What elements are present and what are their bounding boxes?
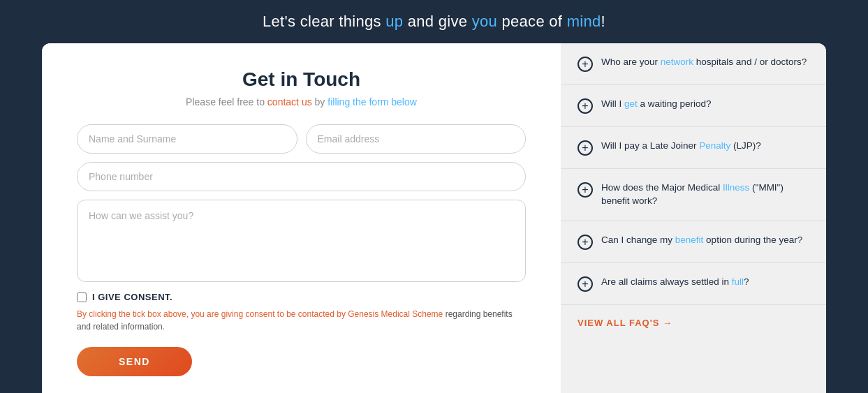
faq-text-2: Will I get a waiting period? [601, 98, 712, 111]
faq-icon-1: + [578, 57, 593, 72]
phone-input[interactable] [77, 162, 526, 191]
faq-item-6[interactable]: + Are all claims always settled in full? [561, 263, 826, 305]
banner-text: Let's clear things up and give you peace… [263, 13, 605, 30]
faq-item-5[interactable]: + Can I change my benefit option during … [561, 221, 826, 263]
email-input[interactable] [306, 124, 527, 154]
send-button[interactable]: SEND [77, 347, 192, 376]
message-textarea[interactable] [77, 200, 526, 282]
form-title: Get in Touch [242, 68, 360, 91]
view-all-faqs-button[interactable]: VIEW ALL FAQ's → [578, 318, 672, 328]
top-banner: Let's clear things up and give you peace… [0, 0, 868, 43]
contact-form-panel: Get in Touch Please feel free to contact… [42, 43, 561, 393]
faq-item-4[interactable]: + How does the Major Medical Illness ("M… [561, 169, 826, 221]
consent-row: I GIVE CONSENT. [77, 292, 526, 302]
view-all-row: VIEW ALL FAQ's → [561, 305, 826, 341]
faq-item-1[interactable]: + Who are your network hospitals and / o… [561, 43, 826, 85]
faq-icon-3: + [578, 140, 593, 156]
consent-checkbox[interactable] [77, 292, 87, 302]
faq-panel: + Who are your network hospitals and / o… [561, 43, 826, 393]
consent-text: By clicking the tick box above, you are … [77, 308, 526, 333]
name-input[interactable] [77, 124, 297, 154]
faq-icon-6: + [578, 276, 593, 292]
faq-text-6: Are all claims always settled in full? [601, 276, 749, 289]
faq-text-5: Can I change my benefit option during th… [601, 234, 802, 247]
name-email-row [77, 124, 526, 154]
consent-label: I GIVE CONSENT. [92, 292, 172, 302]
consent-text-colored: By clicking the tick box above, you are … [77, 309, 443, 319]
faq-icon-5: + [578, 235, 593, 250]
faq-item-3[interactable]: + Will I pay a Late Joiner Penalty (LJP)… [561, 127, 826, 169]
faq-icon-2: + [578, 98, 593, 114]
form-subtitle: Please feel free to contact us by fillin… [186, 96, 417, 107]
contact-us-link[interactable]: contact us [267, 96, 312, 107]
faq-item-2[interactable]: + Will I get a waiting period? [561, 85, 826, 127]
main-card: Get in Touch Please feel free to contact… [42, 43, 826, 393]
faq-text-1: Who are your network hospitals and / or … [601, 56, 807, 69]
faq-text-3: Will I pay a Late Joiner Penalty (LJP)? [601, 140, 761, 153]
phone-row [77, 162, 526, 191]
faq-text-4: How does the Major Medical Illness ("MMI… [601, 181, 809, 208]
faq-icon-4: + [578, 182, 593, 198]
